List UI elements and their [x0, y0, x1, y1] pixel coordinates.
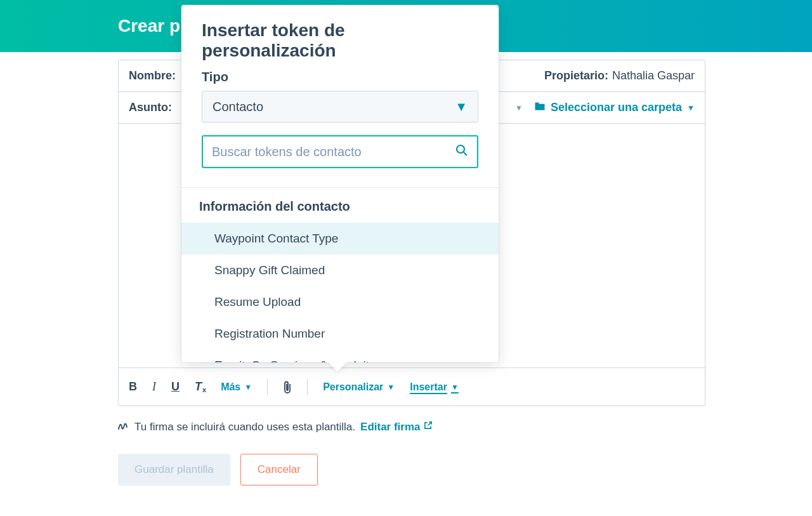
- cancel-button[interactable]: Cancelar: [240, 454, 318, 486]
- toolbar-divider: [307, 379, 308, 395]
- type-label: Tipo: [202, 70, 478, 84]
- token-list: Información del contacto Waypoint Contac…: [181, 187, 499, 362]
- more-label: Más: [221, 381, 240, 393]
- chevron-down-icon: ▼: [451, 383, 459, 392]
- attachment-button[interactable]: [283, 380, 292, 394]
- personalization-popover: Insertar token de personalización Tipo C…: [181, 5, 499, 362]
- svg-point-0: [457, 145, 464, 153]
- personalize-button[interactable]: Personalizar ▼: [323, 381, 395, 393]
- token-item[interactable]: Snappy Gift Claimed: [181, 255, 499, 286]
- type-value: Contacto: [213, 100, 263, 114]
- insert-label: Insertar: [410, 381, 447, 393]
- external-link-icon: [423, 421, 433, 433]
- clear-format-button[interactable]: Tx: [195, 380, 206, 394]
- owner-block: Propietario: Nathalia Gaspar: [544, 69, 695, 83]
- action-buttons: Guardar plantilla Cancelar: [118, 454, 318, 486]
- token-search-input[interactable]: [212, 145, 455, 159]
- signature-text: Tu firma se incluirá cuando uses esta pl…: [134, 421, 355, 433]
- chevron-down-icon: ▼: [387, 383, 395, 392]
- page-title: Crear pl: [118, 16, 185, 36]
- chevron-down-icon: ▼: [687, 103, 695, 112]
- owner-label: Propietario:: [544, 69, 608, 83]
- personalize-label: Personalizar: [323, 381, 383, 393]
- edit-signature-link[interactable]: Editar firma: [360, 421, 432, 433]
- asunto-label: Asunto:: [129, 101, 172, 114]
- token-search-field[interactable]: [202, 135, 478, 168]
- insert-button[interactable]: Insertar ▼: [410, 381, 459, 393]
- toolbar-divider: [267, 379, 268, 395]
- nombre-label: Nombre:: [129, 69, 176, 83]
- underline-button[interactable]: U: [171, 380, 180, 394]
- more-button[interactable]: Más ▼: [221, 381, 252, 393]
- token-group-header: Información del contacto: [181, 188, 499, 223]
- folder-select-label: Seleccionar una carpeta: [551, 101, 682, 114]
- folder-icon: [534, 101, 546, 114]
- editor-toolbar: B I U Tx Más ▼ Personalizar ▼ Insertar ▼: [119, 367, 705, 406]
- token-item[interactable]: Waypoint Contact Type: [181, 223, 499, 255]
- chevron-down-icon: ▼: [244, 383, 252, 392]
- popover-title: Insertar token de personalización: [202, 20, 478, 61]
- signature-note: Tu firma se incluirá cuando uses esta pl…: [118, 420, 433, 433]
- italic-button[interactable]: I: [152, 380, 156, 394]
- folder-select-button[interactable]: Seleccionar una carpeta ▼: [534, 101, 695, 114]
- token-item[interactable]: Resume Upload: [181, 286, 499, 318]
- bold-button[interactable]: B: [129, 380, 137, 394]
- chevron-down-icon: ▼: [455, 100, 468, 114]
- search-icon: [455, 144, 468, 160]
- edit-signature-label: Editar firma: [360, 421, 420, 433]
- signature-icon: [118, 420, 129, 433]
- owner-name: Nathalia Gaspar: [612, 69, 695, 83]
- token-item[interactable]: Registration Number: [181, 318, 499, 350]
- chevron-down-icon[interactable]: ▼: [515, 103, 523, 112]
- save-template-button[interactable]: Guardar plantilla: [118, 454, 230, 486]
- type-select[interactable]: Contacto ▼: [202, 91, 478, 122]
